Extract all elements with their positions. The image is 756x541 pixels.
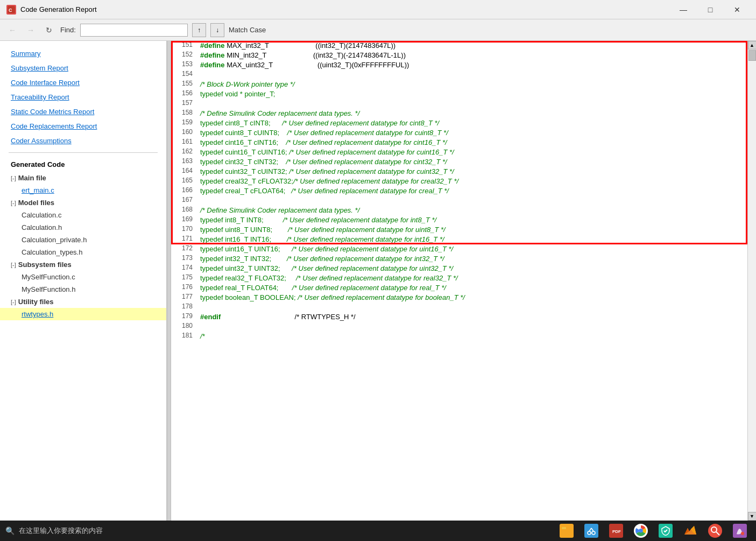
right-scrollbar[interactable]: ▲ ▼	[747, 41, 756, 521]
taskbar-apps: PDF	[556, 521, 751, 541]
utility-files-label: Utility files	[18, 298, 54, 306]
sidebar-file-myselffunc-c[interactable]: MySelfFunction.c	[0, 271, 166, 283]
line-number: 168	[171, 206, 198, 215]
forward-button[interactable]: →	[24, 23, 38, 37]
table-row: 156typedef void * pointer_T;	[171, 89, 747, 99]
code-scroll-area[interactable]: 151#define MAX_int32_T ((int32_T)(214748…	[171, 41, 747, 521]
code-panel: 151#define MAX_int32_T ((int32_T)(214748…	[171, 41, 756, 521]
find-prev-button[interactable]: ↑	[192, 23, 206, 37]
sidebar-item-summary[interactable]: Summary	[0, 46, 166, 61]
sidebar-item-traceability-report[interactable]: Traceability Report	[0, 90, 166, 104]
sidebar-item-coder-assumptions[interactable]: Coder Assumptions	[0, 134, 166, 148]
matlab-icon	[683, 524, 697, 538]
table-row: 170typedef uint8_T UINT8; /* User define…	[171, 225, 747, 235]
back-button[interactable]: ←	[5, 23, 19, 37]
code-table: 151#define MAX_int32_T ((int32_T)(214748…	[171, 41, 747, 341]
taskbar-app-pdf[interactable]: PDF	[605, 521, 627, 541]
code-line-content: typedef cuint32_T cUINT32; /* User defin…	[198, 167, 747, 177]
model-files-label: Model files	[18, 199, 54, 207]
sidebar-file-calculation-h[interactable]: Calculation.h	[0, 221, 166, 234]
scissors-icon	[584, 524, 598, 538]
sidebar-section-model-files[interactable]: [-] Model files	[0, 196, 166, 209]
title-bar: C Code Generation Report — □ ✕	[0, 0, 756, 19]
svg-line-6	[589, 528, 591, 531]
code-line-content: /* Define Simulink Coder replacement dat…	[198, 109, 747, 118]
line-number: 171	[171, 235, 198, 244]
sidebar-file-ert-main[interactable]: ert_main.c	[0, 184, 166, 196]
resize-handle[interactable]	[167, 41, 171, 521]
sidebar-item-code-replacements-report[interactable]: Code Replacements Report	[0, 119, 166, 134]
scrollbar-track	[748, 50, 757, 512]
sidebar-section-utility-files[interactable]: [-] Utility files	[0, 296, 166, 308]
table-row: 177typedef boolean_T BOOLEAN; /* User de…	[171, 293, 747, 303]
file-explorer-icon	[560, 524, 574, 538]
table-row: 167	[171, 196, 747, 206]
sidebar-item-static-code-metrics-report[interactable]: Static Code Metrics Report	[0, 104, 166, 119]
code-line-content: typedef real_T FLOAT64; /* User defined …	[198, 283, 747, 293]
taskbar-app-vpn[interactable]	[655, 521, 676, 541]
scroll-down-arrow[interactable]: ▼	[748, 512, 757, 521]
svg-line-13	[716, 532, 719, 535]
generated-code-title: Generated Code	[0, 157, 166, 172]
line-number: 151	[171, 41, 198, 51]
sidebar-file-calculation-private-h[interactable]: Calculation_private.h	[0, 234, 166, 246]
taskbar-app-chrome[interactable]	[630, 521, 652, 541]
line-number: 173	[171, 254, 198, 264]
minimize-button[interactable]: —	[671, 2, 696, 18]
taskbar-app-search2[interactable]	[704, 521, 726, 541]
taskbar-app-scissors[interactable]	[581, 521, 602, 541]
line-number: 158	[171, 109, 198, 118]
close-button[interactable]: ✕	[725, 2, 750, 18]
sidebar-item-code-interface-report[interactable]: Code Interface Report	[0, 75, 166, 90]
taskbar-search-text: 在这里输入你要搜索的内容	[19, 526, 103, 536]
scrollbar-thumb[interactable]	[748, 50, 756, 61]
refresh-button[interactable]: ↻	[42, 23, 56, 37]
svg-point-14	[741, 532, 744, 535]
code-line-content: typedef int8_T INT8; /* User defined rep…	[198, 215, 747, 225]
code-line-content: typedef uint16_T UINT16; /* User defined…	[198, 244, 747, 254]
table-row: 158/* Define Simulink Coder replacement …	[171, 109, 747, 118]
taskbar-app-matlab[interactable]	[680, 521, 701, 541]
line-number: 170	[171, 225, 198, 235]
vpn-icon	[659, 524, 673, 538]
sidebar-section-subsystem-files[interactable]: [-] Subsystem files	[0, 258, 166, 271]
sidebar-file-calculation-types-h[interactable]: Calculation_types.h	[0, 246, 166, 258]
paint-icon	[733, 524, 747, 538]
line-number: 181	[171, 332, 198, 341]
sidebar-section-main-file[interactable]: [-] Main file	[0, 172, 166, 184]
line-number: 156	[171, 89, 198, 99]
line-number: 172	[171, 244, 198, 254]
maximize-button[interactable]: □	[698, 2, 723, 18]
sidebar-item-subsystem-report[interactable]: Subsystem Report	[0, 61, 166, 75]
line-number: 163	[171, 157, 198, 167]
sidebar-divider	[9, 152, 158, 153]
taskbar: 🔍 在这里输入你要搜索的内容 PDF	[0, 521, 756, 541]
code-line-content	[198, 322, 747, 332]
taskbar-app-file-explorer[interactable]	[556, 521, 577, 541]
line-number: 152	[171, 51, 198, 60]
find-input[interactable]	[80, 24, 188, 37]
sidebar-file-calculation-c[interactable]: Calculation.c	[0, 209, 166, 221]
line-number: 154	[171, 70, 198, 80]
code-line-content	[198, 196, 747, 206]
line-number: 162	[171, 147, 198, 157]
code-line-content: typedef creal32_T cFLOAT32;/* User defin…	[198, 177, 747, 186]
sidebar-file-myselffunc-h[interactable]: MySelfFunction.h	[0, 283, 166, 296]
line-number: 165	[171, 177, 198, 186]
sidebar-file-rtwtypes-h[interactable]: rtwtypes.h	[0, 308, 166, 320]
table-row: 157	[171, 99, 747, 109]
scroll-up-arrow[interactable]: ▲	[748, 41, 757, 50]
table-row: 154	[171, 70, 747, 80]
taskbar-app-paint[interactable]	[729, 521, 751, 541]
table-row: 171typedef int16_T INT16; /* User define…	[171, 235, 747, 244]
code-line-content: typedef int16_T INT16; /* User defined r…	[198, 235, 747, 244]
table-row: 163typedef cint32_T cINT32; /* User defi…	[171, 157, 747, 167]
taskbar-search[interactable]: 🔍 在这里输入你要搜索的内容	[5, 526, 145, 536]
search2-icon	[708, 524, 722, 538]
code-line-content: typedef creal_T cFLOAT64; /* User define…	[198, 186, 747, 196]
table-row: 165typedef creal32_T cFLOAT32;/* User de…	[171, 177, 747, 186]
table-row: 169typedef int8_T INT8; /* User defined …	[171, 215, 747, 225]
window-title: Code Generation Report	[20, 5, 97, 13]
code-line-content: typedef cint16_T cINT16; /* User defined…	[198, 138, 747, 147]
find-next-button[interactable]: ↓	[210, 23, 224, 37]
